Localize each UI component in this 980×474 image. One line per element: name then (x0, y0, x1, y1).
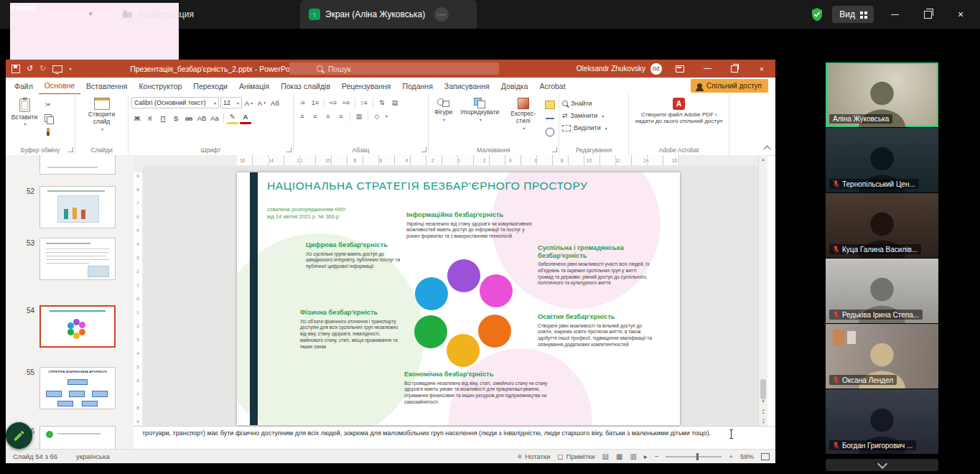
save-button[interactable] (11, 65, 20, 73)
circle-orange[interactable] (478, 315, 511, 348)
ribbon-tab[interactable]: Конструктор (133, 78, 187, 94)
view-slideshow-button[interactable]: ▸ (644, 452, 648, 460)
participant-video[interactable]: Куца Галина Василів... (826, 193, 938, 258)
tab-conference[interactable]: Конференция (113, 0, 202, 29)
zoom-in-button[interactable]: + (729, 452, 733, 460)
strikethrough-button[interactable]: ав (183, 113, 195, 124)
text-shadow-button[interactable]: S (170, 113, 182, 124)
scroll-up-button[interactable]: ▴ (759, 155, 767, 164)
share-button[interactable]: Спільний доступ (691, 79, 768, 93)
character-spacing-button[interactable]: АВ (196, 113, 207, 124)
close-button[interactable]: × (948, 0, 973, 29)
grow-font-button[interactable]: А▲ (243, 98, 255, 108)
italic-button[interactable]: К (144, 113, 156, 124)
select-button[interactable]: Виділити▾ (562, 123, 625, 133)
ribbon-tab[interactable]: Файл (9, 78, 39, 94)
decrease-indent-button[interactable]: «≡ (327, 97, 339, 108)
dialog-launcher-icon[interactable] (286, 147, 291, 152)
shape-effects-button[interactable] (544, 126, 556, 137)
section-physical[interactable]: Фізична безбар'єрність Усі об'єкти фізич… (300, 309, 402, 350)
slide-title[interactable]: НАЦІОНАЛЬНА СТРАТЕГІЯ БЕЗБАР'ЄРНОГО ПРОС… (267, 180, 661, 192)
minimize-button[interactable] (882, 0, 907, 29)
zoom-slider-thumb[interactable] (696, 453, 699, 460)
ribbon-tab[interactable]: Анімація (233, 78, 275, 94)
view-button[interactable]: Вид (832, 6, 874, 23)
copy-button[interactable] (42, 113, 54, 124)
slideshow-button[interactable] (52, 65, 62, 73)
section-education[interactable]: Освітня безбар'єрність Створені рівні мо… (538, 313, 654, 348)
text-direction-button[interactable]: ⇅ (376, 97, 388, 108)
bullets-button[interactable]: ∙≡ (297, 97, 308, 108)
shrink-font-button[interactable]: А▼ (256, 98, 268, 108)
circle-green[interactable] (414, 315, 447, 348)
more-options-button[interactable]: ··· (434, 7, 449, 22)
shape-outline-button[interactable] (544, 113, 556, 124)
slide-thumbnail[interactable]: СТРУКТУРА ФІЗИЧНОЇ БЕЗБ АР'ЄРНОСТІ (39, 367, 116, 409)
highlight-color-button[interactable]: ✎ (227, 111, 238, 124)
slide-thumbnail-selected[interactable] (39, 305, 116, 348)
font-name-select[interactable]: Calibri (Основний текст)▾ (131, 97, 219, 108)
create-pdf-button[interactable]: A Створити файл Adobe PDF і надати до нь… (632, 97, 726, 144)
ribbon-tab[interactable]: Вставлення (80, 78, 133, 94)
quick-styles-button[interactable]: Експрес-стилі▾ (504, 97, 542, 144)
comments-toggle[interactable]: ◻Примітки (557, 452, 594, 460)
circle-magenta[interactable] (480, 274, 513, 307)
dialog-launcher-icon[interactable] (552, 147, 557, 152)
shapes-button[interactable]: Фігури▾ (431, 97, 455, 144)
paste-button[interactable]: Вставити ▾ (9, 97, 40, 144)
chevron-down-icon[interactable]: ▾ (89, 10, 93, 17)
ribbon-tab[interactable]: Показ слайдів (275, 78, 336, 94)
section-social[interactable]: Суспільна і громадянська безбар'єрність … (538, 244, 651, 287)
font-color-button[interactable]: А (240, 111, 251, 124)
increase-indent-button[interactable]: »≡ (340, 97, 352, 108)
scroll-down-button[interactable]: ▾ (759, 397, 767, 406)
new-slide-button[interactable]: Створити слайд ▾ (78, 97, 125, 144)
view-normal-button[interactable]: ▤ (602, 452, 608, 460)
ribbon-tab[interactable]: Записування (439, 78, 495, 94)
zoom-slider[interactable] (666, 456, 722, 457)
previous-slide-button[interactable]: ▴▴ (759, 406, 767, 416)
section-economic[interactable]: Економічна безбар'єрність Всі громадяни … (404, 371, 552, 406)
notes-toggle[interactable]: ≡Нотатки (518, 452, 550, 460)
format-painter-button[interactable] (42, 126, 54, 137)
circle-blue[interactable] (415, 277, 448, 310)
justify-button[interactable]: ≡ (335, 111, 347, 121)
participant-video[interactable]: Оксана Лендел (826, 324, 938, 389)
ribbon-tab[interactable]: Основне (39, 78, 80, 95)
view-reading-button[interactable]: ▥ (630, 452, 636, 460)
ribbon-tab[interactable]: Довідка (495, 78, 534, 94)
ribbon-tab[interactable]: Acrobat (533, 78, 571, 94)
slide-scrollbar[interactable]: ▴ ▾ ▴▴ ▾▾ (758, 155, 767, 426)
change-case-button[interactable]: Аа (209, 113, 220, 124)
slide-thumbnail[interactable] (39, 426, 116, 449)
undo-button[interactable]: ↺ (27, 64, 33, 73)
bold-button[interactable]: Ж (131, 113, 143, 124)
slide-thumbnail[interactable] (39, 155, 116, 175)
collapse-ribbon-icon[interactable] (764, 146, 771, 153)
slide-editor[interactable]: НАЦІОНАЛЬНА СТРАТЕГІЯ БЕЗБАР'ЄРНОГО ПРОС… (237, 172, 680, 425)
ppt-minimize-button[interactable] (694, 60, 721, 78)
search-box[interactable]: Пошук (289, 62, 499, 75)
find-button[interactable]: Знайти (562, 98, 625, 108)
participant-video[interactable]: Богдан Григорович ... (826, 389, 938, 454)
slide-thumbnail[interactable] (39, 186, 116, 228)
columns-button[interactable]: ▥ (353, 111, 365, 121)
ppt-close-button[interactable]: × (748, 60, 775, 78)
participant-video[interactable]: Тернопільський Цен... (826, 128, 938, 192)
user-account[interactable]: Oleksandr Zhukovsky OZ (577, 60, 662, 78)
vertical-ruler[interactable]: 9876543210123456789 (134, 166, 144, 426)
section-digital[interactable]: Цифрова безбар'єрність Усі суспільні гру… (306, 241, 401, 270)
align-right-button[interactable]: ≡ (322, 111, 334, 121)
zoom-out-button[interactable]: − (655, 452, 659, 460)
ribbon-display-options-button[interactable] (666, 60, 694, 78)
align-text-button[interactable]: ▤ (389, 97, 401, 108)
slide-thumbnail[interactable] (39, 238, 116, 280)
numbering-button[interactable]: 1≡ (309, 97, 321, 108)
next-slide-button[interactable]: ▾▾ (759, 417, 767, 426)
fit-slide-button[interactable] (761, 453, 770, 460)
cut-button[interactable]: ✂ (42, 99, 54, 110)
scroll-thumb[interactable] (760, 379, 766, 399)
participant-video[interactable]: Аліна Жуковська (826, 62, 938, 127)
collapse-participants-button[interactable] (826, 459, 938, 471)
redo-button[interactable]: ↻ (39, 64, 46, 73)
